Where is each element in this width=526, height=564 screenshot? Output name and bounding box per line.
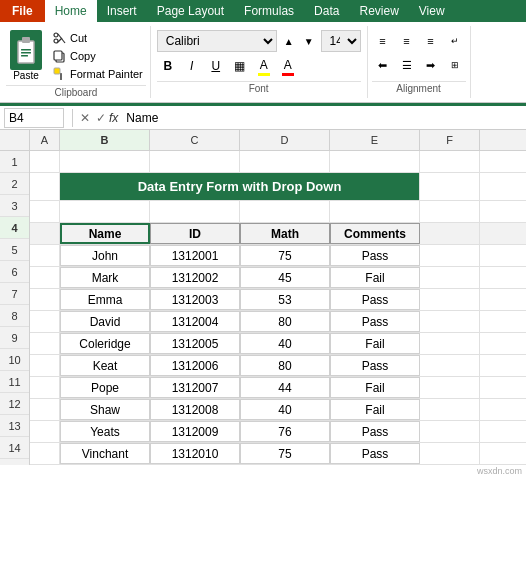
increase-font-button[interactable]: ▲ — [281, 33, 297, 50]
tab-file[interactable]: File — [0, 0, 45, 22]
cell-f10[interactable] — [420, 355, 480, 376]
cell-d12[interactable]: 40 — [240, 399, 330, 420]
align-top-center-button[interactable]: ≡ — [396, 30, 418, 52]
cell-a14[interactable] — [30, 443, 60, 464]
underline-button[interactable]: U — [205, 55, 227, 77]
cell-e14[interactable]: Pass — [330, 443, 420, 464]
cell-c6[interactable]: 1312002 — [150, 267, 240, 288]
cell-f12[interactable] — [420, 399, 480, 420]
cell-c11[interactable]: 1312007 — [150, 377, 240, 398]
cell-f11[interactable] — [420, 377, 480, 398]
italic-button[interactable]: I — [181, 55, 203, 77]
align-top-left-button[interactable]: ≡ — [372, 30, 394, 52]
align-right-button[interactable]: ➡ — [420, 54, 442, 76]
row-header-2[interactable]: 2 — [0, 173, 29, 195]
cell-f3[interactable] — [420, 201, 480, 222]
row-header-1[interactable]: 1 — [0, 151, 29, 173]
cancel-formula-icon[interactable]: ✕ — [77, 111, 93, 125]
paste-button[interactable]: Paste — [6, 26, 46, 85]
col-header-c[interactable]: C — [150, 130, 240, 150]
font-name-dropdown[interactable]: Calibri — [157, 30, 277, 52]
row-header-10[interactable]: 10 — [0, 349, 29, 371]
cell-b2-merged[interactable]: Data Entry Form with Drop Down — [60, 173, 420, 200]
cell-c3[interactable] — [150, 201, 240, 222]
cell-f5[interactable] — [420, 245, 480, 266]
cell-c12[interactable]: 1312008 — [150, 399, 240, 420]
cell-b7[interactable]: Emma — [60, 289, 150, 310]
col-header-e[interactable]: E — [330, 130, 420, 150]
cell-reference-box[interactable] — [4, 108, 64, 128]
cell-f14[interactable] — [420, 443, 480, 464]
cell-d1[interactable] — [240, 151, 330, 172]
bold-button[interactable]: B — [157, 55, 179, 77]
cell-a9[interactable] — [30, 333, 60, 354]
formula-input[interactable] — [122, 109, 522, 127]
row-header-11[interactable]: 11 — [0, 371, 29, 393]
cell-f7[interactable] — [420, 289, 480, 310]
cell-e8[interactable]: Pass — [330, 311, 420, 332]
cell-e13[interactable]: Pass — [330, 421, 420, 442]
cell-c14[interactable]: 1312010 — [150, 443, 240, 464]
cell-a8[interactable] — [30, 311, 60, 332]
cell-b4[interactable]: Name — [60, 223, 150, 244]
cell-e1[interactable] — [330, 151, 420, 172]
format-painter-button[interactable]: Format Painter — [50, 66, 146, 82]
cell-e9[interactable]: Fail — [330, 333, 420, 354]
cell-c10[interactable]: 1312006 — [150, 355, 240, 376]
cell-e7[interactable]: Pass — [330, 289, 420, 310]
align-center-button[interactable]: ☰ — [396, 54, 418, 76]
cell-b5[interactable]: John — [60, 245, 150, 266]
cell-d5[interactable]: 75 — [240, 245, 330, 266]
row-header-13[interactable]: 13 — [0, 415, 29, 437]
col-header-d[interactable]: D — [240, 130, 330, 150]
cell-b8[interactable]: David — [60, 311, 150, 332]
cut-button[interactable]: Cut — [50, 30, 146, 46]
confirm-formula-icon[interactable]: ✓ — [93, 111, 109, 125]
cell-a12[interactable] — [30, 399, 60, 420]
row-header-3[interactable]: 3 — [0, 195, 29, 217]
cell-d4[interactable]: Math — [240, 223, 330, 244]
cell-c8[interactable]: 1312004 — [150, 311, 240, 332]
row-header-4[interactable]: 4 — [0, 217, 29, 239]
cell-e10[interactable]: Pass — [330, 355, 420, 376]
tab-home[interactable]: Home — [45, 0, 97, 22]
cell-a10[interactable] — [30, 355, 60, 376]
align-left-button[interactable]: ⬅ — [372, 54, 394, 76]
cell-a3[interactable] — [30, 201, 60, 222]
tab-page-layout[interactable]: Page Layout — [147, 0, 234, 22]
cell-e4[interactable]: Comments — [330, 223, 420, 244]
cell-e6[interactable]: Fail — [330, 267, 420, 288]
cell-a4[interactable] — [30, 223, 60, 244]
tab-insert[interactable]: Insert — [97, 0, 147, 22]
cell-e11[interactable]: Fail — [330, 377, 420, 398]
border-button[interactable]: ▦ — [229, 55, 251, 77]
cell-f9[interactable] — [420, 333, 480, 354]
cell-b13[interactable]: Yeats — [60, 421, 150, 442]
cell-b6[interactable]: Mark — [60, 267, 150, 288]
col-header-b[interactable]: B — [60, 130, 150, 150]
cell-c9[interactable]: 1312005 — [150, 333, 240, 354]
row-header-12[interactable]: 12 — [0, 393, 29, 415]
cell-d13[interactable]: 76 — [240, 421, 330, 442]
cell-b1[interactable] — [60, 151, 150, 172]
cell-d14[interactable]: 75 — [240, 443, 330, 464]
row-header-9[interactable]: 9 — [0, 327, 29, 349]
cell-d10[interactable]: 80 — [240, 355, 330, 376]
copy-button[interactable]: Copy — [50, 48, 146, 64]
cell-c5[interactable]: 1312001 — [150, 245, 240, 266]
cell-c1[interactable] — [150, 151, 240, 172]
cell-a1[interactable] — [30, 151, 60, 172]
cell-a13[interactable] — [30, 421, 60, 442]
cell-e12[interactable]: Fail — [330, 399, 420, 420]
cell-d8[interactable]: 80 — [240, 311, 330, 332]
merge-button[interactable]: ⊞ — [444, 54, 466, 76]
cell-a7[interactable] — [30, 289, 60, 310]
cell-a11[interactable] — [30, 377, 60, 398]
cell-f8[interactable] — [420, 311, 480, 332]
cell-e3[interactable] — [330, 201, 420, 222]
cell-f6[interactable] — [420, 267, 480, 288]
cell-d9[interactable]: 40 — [240, 333, 330, 354]
cell-d6[interactable]: 45 — [240, 267, 330, 288]
cell-d3[interactable] — [240, 201, 330, 222]
col-header-f[interactable]: F — [420, 130, 480, 150]
